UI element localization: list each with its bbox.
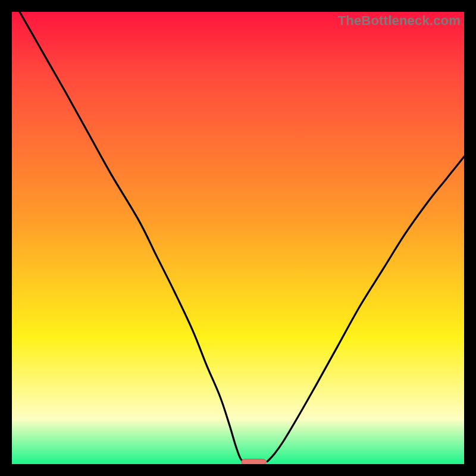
watermark-text: TheBottleneck.com (338, 13, 461, 29)
chart-svg (12, 12, 464, 464)
optimal-marker (242, 459, 267, 464)
gradient-background (12, 12, 464, 464)
plot-area (12, 12, 464, 464)
chart-frame: TheBottleneck.com (12, 12, 464, 464)
